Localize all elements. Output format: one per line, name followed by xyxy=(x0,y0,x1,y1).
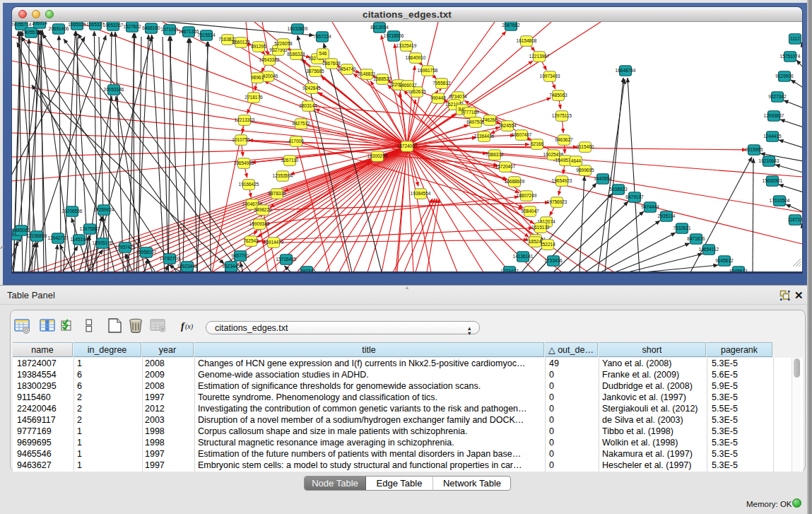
svg-text:762542: 762542 xyxy=(243,238,259,243)
svg-text:3875685: 3875685 xyxy=(306,69,324,74)
svg-text:5938923: 5938923 xyxy=(609,187,628,192)
svg-text:1065326: 1065326 xyxy=(68,22,86,27)
svg-text:417006: 417006 xyxy=(288,139,304,144)
svg-text:1244415: 1244415 xyxy=(763,134,782,139)
svg-text:17010504: 17010504 xyxy=(770,198,790,203)
svg-text:16648784: 16648784 xyxy=(616,68,636,73)
svg-text:10543382: 10543382 xyxy=(259,57,280,62)
svg-text:20053346: 20053346 xyxy=(104,87,124,92)
svg-text:206914: 206914 xyxy=(32,22,47,25)
svg-text:1440954: 1440954 xyxy=(594,176,612,181)
svg-text:18724007: 18724007 xyxy=(397,144,418,148)
svg-text:15716485: 15716485 xyxy=(276,257,297,262)
svg-text:1145194: 1145194 xyxy=(71,237,88,242)
svg-text:10688609: 10688609 xyxy=(505,179,525,184)
svg-text:7857224: 7857224 xyxy=(313,34,331,39)
svg-text:16961758: 16961758 xyxy=(418,68,438,73)
svg-text:16033809: 16033809 xyxy=(288,26,308,31)
svg-text:15909348: 15909348 xyxy=(249,221,270,226)
svg-text:12923448: 12923448 xyxy=(177,264,198,269)
svg-text:1112: 1112 xyxy=(790,36,800,41)
svg-text:18640910: 18640910 xyxy=(406,55,426,60)
svg-text:17359924: 17359924 xyxy=(94,207,114,212)
svg-text:1733436: 1733436 xyxy=(544,258,563,263)
svg-text:1615132: 1615132 xyxy=(531,225,550,230)
svg-text:2935114: 2935114 xyxy=(658,214,676,218)
svg-text:16154808: 16154808 xyxy=(517,38,537,43)
svg-text:9084047: 9084047 xyxy=(521,209,539,214)
svg-text:1466017: 1466017 xyxy=(399,83,417,88)
svg-text:116733: 116733 xyxy=(787,217,802,222)
svg-text:2087682: 2087682 xyxy=(502,23,520,28)
svg-text:10654112: 10654112 xyxy=(699,247,719,252)
svg-text:7955812: 7955812 xyxy=(433,81,451,86)
svg-text:9115460: 9115460 xyxy=(577,144,594,149)
svg-text:1071911: 1071911 xyxy=(161,27,179,32)
svg-text:9427512: 9427512 xyxy=(292,121,310,126)
svg-text:9899695: 9899695 xyxy=(576,168,594,173)
svg-text:990448: 990448 xyxy=(430,95,446,100)
svg-text:1065327: 1065327 xyxy=(86,22,105,27)
svg-text:2803144: 2803144 xyxy=(299,103,317,108)
svg-text:10607487: 10607487 xyxy=(512,132,532,137)
svg-text:1485061: 1485061 xyxy=(12,228,30,233)
svg-text:(x): (x) xyxy=(185,322,194,331)
svg-text:15720407: 15720407 xyxy=(495,164,516,169)
svg-text:6479197: 6479197 xyxy=(625,194,644,199)
svg-text:10653267: 10653267 xyxy=(103,23,124,28)
svg-text:19384554: 19384554 xyxy=(411,191,431,196)
svg-text:9129906: 9129906 xyxy=(775,74,794,78)
svg-text:15692901: 15692901 xyxy=(763,178,783,183)
svg-text:1527602: 1527602 xyxy=(123,24,141,29)
svg-text:8660123: 8660123 xyxy=(232,40,250,45)
svg-text:7485063: 7485063 xyxy=(549,93,567,98)
svg-text:252214: 252214 xyxy=(540,242,555,247)
svg-text:1588520: 1588520 xyxy=(373,76,392,81)
svg-text:12505195: 12505195 xyxy=(93,240,113,245)
svg-text:8813054: 8813054 xyxy=(370,25,389,30)
svg-text:746266: 746266 xyxy=(482,117,498,122)
svg-text:9457791: 9457791 xyxy=(231,253,249,258)
svg-text:8454749: 8454749 xyxy=(338,66,356,71)
svg-text:8186328: 8186328 xyxy=(287,52,305,57)
svg-text:98961: 98961 xyxy=(251,75,264,80)
svg-text:9245612: 9245612 xyxy=(715,258,734,263)
svg-text:62166: 62166 xyxy=(531,141,543,146)
svg-text:10973493: 10973493 xyxy=(540,74,560,78)
svg-text:18524: 18524 xyxy=(529,239,541,244)
svg-text:16914479: 16914479 xyxy=(264,240,284,245)
svg-text:9215955: 9215955 xyxy=(745,147,763,152)
svg-text:9227342: 9227342 xyxy=(768,94,787,99)
svg-text:13975887: 13975887 xyxy=(80,226,100,231)
svg-text:16782759: 16782759 xyxy=(160,256,180,261)
svg-text:18807249: 18807249 xyxy=(517,193,537,198)
svg-text:12093837: 12093837 xyxy=(764,113,784,118)
svg-text:24055714: 24055714 xyxy=(12,22,32,27)
svg-text:18300295: 18300295 xyxy=(367,153,388,158)
svg-text:3267110: 3267110 xyxy=(281,158,299,163)
svg-text:7515524: 7515524 xyxy=(197,33,216,37)
svg-text:8878334: 8878334 xyxy=(268,191,286,196)
svg-text:20206556: 20206556 xyxy=(62,209,83,214)
svg-text:12156859: 12156859 xyxy=(27,233,47,238)
svg-text:9323445: 9323445 xyxy=(222,264,240,269)
svg-text:16210643: 16210643 xyxy=(759,158,779,163)
svg-text:3498222: 3498222 xyxy=(254,207,272,212)
svg-text:1010755: 1010755 xyxy=(232,137,250,142)
svg-text:9146821: 9146821 xyxy=(358,71,376,76)
svg-text:2405571: 2405571 xyxy=(22,30,40,35)
svg-text:4644: 4644 xyxy=(571,158,582,163)
svg-text:8471676: 8471676 xyxy=(687,236,705,241)
svg-text:7632621: 7632621 xyxy=(673,226,691,230)
svg-text:10654985: 10654985 xyxy=(234,160,254,165)
svg-text:12942737: 12942737 xyxy=(48,235,69,240)
svg-text:14136141: 14136141 xyxy=(513,254,534,259)
svg-text:20691406: 20691406 xyxy=(49,26,69,31)
svg-text:546: 546 xyxy=(319,51,327,56)
svg-text:16958107: 16958107 xyxy=(136,250,157,255)
svg-text:17957425: 17957425 xyxy=(115,245,136,250)
svg-text:12213303: 12213303 xyxy=(235,117,255,122)
svg-text:9734074: 9734074 xyxy=(449,94,467,99)
svg-text:12213967: 12213967 xyxy=(529,54,550,59)
svg-text:2867608: 2867608 xyxy=(322,61,341,66)
